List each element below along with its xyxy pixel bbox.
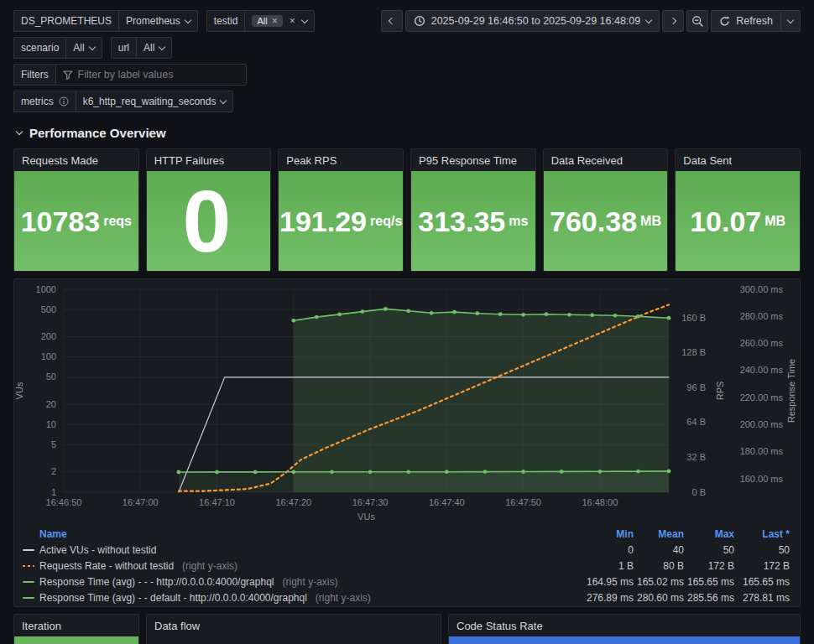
legend-series-toggle[interactable]: Response Time (avg) - - default - http:/… [23,589,582,605]
time-shift-forward-button[interactable] [662,10,684,32]
data-flow-panel: Data flow [146,614,441,644]
svg-text:160.00 ms: 160.00 ms [740,474,784,484]
svg-text:16:48:00: 16:48:00 [582,497,618,507]
bottom-panel-body [147,636,441,644]
url-variable: url All [111,37,173,59]
chevron-left-icon [388,18,394,24]
stat-panel-peak-rps: Peak RPS 191.29 req/s [278,148,404,272]
panel-header[interactable]: Data flow [147,615,441,636]
legend-series-toggle[interactable]: Response Time (avg) - - - http://0.0.0.0… [23,574,582,589]
svg-text:32 B: 32 B [686,452,706,462]
svg-text:260.00 ms: 260.00 ms [740,338,784,348]
panel-title: Data Received [551,154,623,167]
stat-value-area: 10.07 MB [676,171,800,271]
svg-text:200: 200 [41,331,56,341]
legend-row: Active VUs - without testid 0 40 50 50 [23,542,790,558]
timeseries-svg[interactable]: 125102050100200500100016:46:5016:47:0016… [14,279,800,524]
legend-mean: 165.02 ms [634,574,684,589]
chevron-down-icon [88,43,95,49]
panel-title: Data flow [154,620,200,632]
legend-column-last[interactable]: Last * [734,526,790,542]
url-label: url [111,37,136,59]
svg-text:RPS: RPS [715,382,725,401]
testid-picker[interactable]: All × × [244,10,314,32]
legend-column-name[interactable]: Name [23,526,582,542]
zoom-out-button[interactable] [686,10,708,32]
stat-value: 0 [183,178,232,265]
stat-value-area: 10783 reqs [14,171,138,271]
section-title: Performance Overview [29,126,166,140]
dashboard-controls: DS_PROMETHEUS Prometheus testid All × × [0,0,814,112]
series-name: Active VUs - without testid [39,544,156,556]
legend-max: 50 [684,542,734,558]
panel-title: Code Status Rate [457,620,543,632]
time-range-picker[interactable]: 2025-09-29 16:46:50 to 2025-09-29 16:48:… [405,10,660,32]
legend-min: 276.89 ms [582,589,634,605]
panel-header[interactable]: HTTP Failures [147,149,271,171]
testid-chip[interactable]: All × [252,15,282,27]
zoom-out-icon [691,15,704,28]
svg-text:16:47:10: 16:47:10 [199,497,235,507]
svg-text:500: 500 [41,304,56,314]
url-value: All [143,42,154,54]
legend-column-mean[interactable]: Mean [634,526,684,542]
remove-chip-icon[interactable]: × [272,16,278,26]
svg-text:220.00 ms: 220.00 ms [740,392,784,402]
panel-header[interactable]: Iteration [14,615,138,636]
legend-max: 285.56 ms [684,589,734,605]
legend-mean: 40 [634,542,684,558]
stat-panel-data-sent: Data Sent 10.07 MB [675,148,801,272]
chevron-down-icon [16,128,23,135]
metrics-label-text: metrics [21,96,54,107]
series-axis-note: (right y-axis) [282,576,337,588]
chart-legend: Name Min Mean Max Last * Active VUs - wi… [14,524,800,605]
panel-header[interactable]: Code Status Rate [449,615,800,636]
metrics-picker[interactable]: k6_http_req_waiting_seconds [76,91,234,112]
filter-by-label-input[interactable] [78,69,239,80]
chevron-down-icon [184,16,190,23]
clear-selection-icon[interactable]: × [290,16,295,26]
refresh-controls: Refresh [711,10,801,32]
refresh-button[interactable]: Refresh [711,10,780,32]
panel-header[interactable]: P95 Response Time [411,149,535,171]
panel-header[interactable]: Data Received [544,149,668,171]
svg-text:180.00 ms: 180.00 ms [740,446,784,456]
panel-title: Peak RPS [286,154,337,167]
legend-last: 50 [734,542,790,558]
svg-text:1: 1 [51,487,56,497]
stat-panel-http-failures: HTTP Failures 0 [146,148,272,272]
time-controls: 2025-09-29 16:46:50 to 2025-09-29 16:48:… [381,10,801,32]
legend-series-toggle[interactable]: Active VUs - without testid [23,542,582,558]
scenario-picker[interactable]: All [65,37,102,59]
stat-value-area: 313.35 ms [411,171,535,271]
svg-text:160 B: 160 B [681,313,706,323]
legend-row: Response Time (avg) - - default - http:/… [23,589,790,605]
performance-overview-section-toggle[interactable]: Performance Overview [0,117,814,148]
svg-text:1000: 1000 [36,284,56,294]
metrics-value: k6_http_req_waiting_seconds [83,96,217,107]
stat-panel-p95-response-time: P95 Response Time 313.35 ms [410,148,536,272]
svg-text:10: 10 [46,419,56,429]
stat-value: 313.35 [418,207,505,236]
stat-value: 10.07 [690,207,761,236]
panel-header[interactable]: Requests Made [14,149,138,171]
datasource-picker[interactable]: Prometheus [118,10,198,32]
legend-column-min[interactable]: Min [582,526,634,542]
svg-text:16:47:20: 16:47:20 [275,497,311,507]
stat-unit: MB [764,214,785,229]
refresh-interval-dropdown[interactable] [780,10,801,32]
url-picker[interactable]: All [136,37,172,59]
chevron-down-icon [300,16,307,23]
svg-text:20: 20 [46,399,56,409]
legend-mean: 80 B [634,558,684,574]
panel-header[interactable]: Data Sent [676,149,800,171]
refresh-label: Refresh [736,15,773,27]
panel-header[interactable]: Peak RPS [279,149,403,171]
legend-series-toggle[interactable]: Requests Rate - without testid (right y-… [23,558,582,574]
testid-variable: testid All × × [206,10,315,32]
filter-funnel-icon [63,70,73,80]
svg-text:240.00 ms: 240.00 ms [740,365,784,375]
legend-column-max[interactable]: Max [684,526,734,542]
time-shift-back-button[interactable] [381,10,403,32]
series-color-swatch [23,549,34,551]
